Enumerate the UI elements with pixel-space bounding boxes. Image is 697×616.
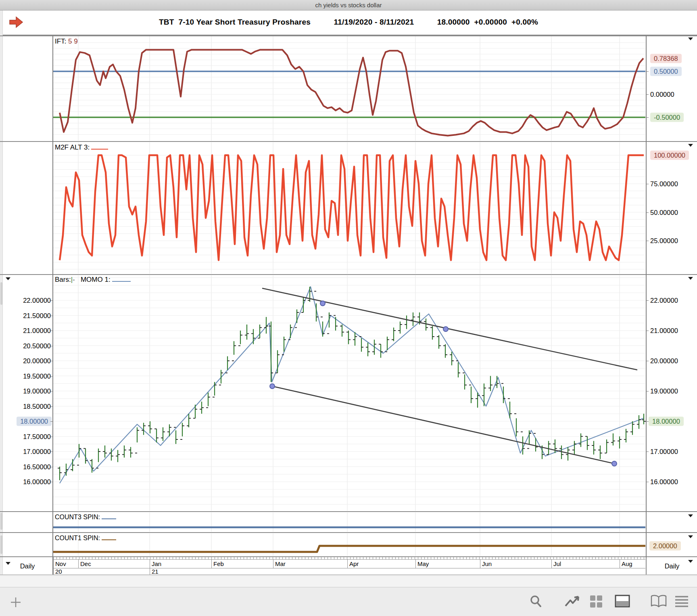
axis-tick bbox=[50, 437, 53, 437]
axis-tick bbox=[50, 376, 53, 377]
trend-icon[interactable] bbox=[565, 595, 580, 608]
axis-tick bbox=[646, 71, 649, 72]
chart-canvas[interactable] bbox=[0, 0, 697, 574]
axis-tick bbox=[50, 406, 53, 407]
price-right-scale-label: 22.00000 bbox=[650, 297, 678, 304]
axis-tick bbox=[646, 331, 649, 331]
axis-tick bbox=[646, 482, 649, 482]
axis-tick bbox=[646, 117, 649, 118]
book-icon[interactable] bbox=[650, 595, 667, 608]
price-right-scale-label: 16.00000 bbox=[650, 478, 678, 486]
count3-param-blank[interactable] bbox=[102, 518, 116, 519]
panel-border bbox=[0, 574, 697, 575]
price-left-scale-label: 19.50000 bbox=[23, 372, 51, 380]
axis-tick bbox=[50, 452, 53, 452]
m2f-value-bubble: 100.00000 bbox=[650, 151, 689, 160]
interval-selector-left[interactable]: Daily bbox=[2, 558, 52, 574]
ift-label: IFT: bbox=[55, 37, 66, 45]
axis-tick bbox=[50, 316, 53, 316]
price-left-highlight: 18.00000 bbox=[17, 417, 52, 426]
price-left-scale-label: 22.00000 bbox=[23, 297, 51, 304]
count3-panel-caret-icon[interactable] bbox=[688, 514, 693, 517]
axis-tick bbox=[50, 300, 53, 301]
bars-dash: - bbox=[73, 276, 75, 283]
chart-window: ch yields vs stocks dollar TBT 7-10 Year… bbox=[0, 0, 697, 616]
price-left-scale-label: 21.50000 bbox=[23, 312, 51, 319]
axis-tick bbox=[50, 421, 53, 422]
year-cell-21: 21 bbox=[150, 568, 176, 575]
search-icon[interactable] bbox=[529, 595, 543, 609]
momo-label: MOMO 1: bbox=[81, 276, 111, 283]
count1-value-bubble: 2.00000 bbox=[649, 541, 681, 551]
month-cell-apr: Apr bbox=[347, 559, 415, 568]
price-left-scale-label: 16.50000 bbox=[23, 463, 51, 470]
axis-tick bbox=[646, 421, 649, 422]
bottom-toolbar bbox=[0, 587, 697, 616]
axis-tick bbox=[646, 391, 649, 391]
main-panel-right-caret-icon[interactable] bbox=[688, 277, 693, 280]
momo-param-blank[interactable] bbox=[112, 281, 131, 282]
axis-tick bbox=[50, 391, 53, 391]
interval-right-label: Daily bbox=[665, 562, 680, 570]
axis-tick bbox=[646, 241, 649, 241]
ift-scale-label: 0.50000 bbox=[650, 67, 682, 76]
count3-legend[interactable]: COUNT3 SPIN: bbox=[55, 514, 116, 521]
price-right-scale-label: 17.00000 bbox=[650, 448, 678, 456]
grid-icon[interactable] bbox=[589, 595, 603, 608]
axis-tick bbox=[646, 361, 649, 361]
ift-params[interactable]: 5 9 bbox=[68, 37, 78, 45]
ift-scale-label: -0.50000 bbox=[650, 113, 684, 122]
axis-tick bbox=[646, 184, 649, 184]
interval-selector-right[interactable]: Daily bbox=[646, 558, 697, 574]
ift-scale-label: 0.00000 bbox=[650, 91, 674, 98]
month-cell-feb: Feb bbox=[211, 559, 273, 568]
m2f-legend[interactable]: M2F ALT 3: bbox=[55, 144, 108, 152]
price-left-scale-label: 17.00000 bbox=[23, 448, 51, 456]
axis-tick bbox=[50, 331, 53, 331]
count1-panel-caret-icon[interactable] bbox=[688, 535, 693, 538]
axis-tick bbox=[646, 94, 649, 95]
month-cell-aug: Aug bbox=[620, 559, 645, 568]
price-left-scale-label: 19.00000 bbox=[23, 387, 51, 395]
list-icon[interactable] bbox=[674, 595, 689, 608]
bars-legend[interactable]: Bars:|- MOMO 1: bbox=[55, 276, 131, 284]
ift-value-bubble: 0.78368 bbox=[650, 54, 682, 63]
count1-legend[interactable]: COUNT1 SPIN: bbox=[55, 535, 116, 542]
bars-label: Bars: bbox=[55, 276, 71, 283]
axis-tick bbox=[50, 482, 53, 482]
month-cell-jun: Jun bbox=[480, 559, 551, 568]
axis-tick bbox=[646, 452, 649, 452]
panel-layout-icon[interactable] bbox=[615, 595, 630, 608]
year-cell-20: 20 bbox=[53, 568, 79, 575]
price-right-scale-label: 21.00000 bbox=[650, 327, 678, 335]
ift-panel-caret-icon[interactable] bbox=[688, 37, 693, 40]
month-cell-may: May bbox=[415, 559, 480, 568]
m2f-param-blank[interactable] bbox=[91, 149, 108, 150]
price-right-highlight: 18.00000 bbox=[649, 417, 684, 426]
count1-label: COUNT1 SPIN: bbox=[55, 535, 100, 541]
axis-tick bbox=[50, 361, 53, 361]
m2f-panel-caret-icon[interactable] bbox=[688, 144, 693, 147]
interval-left-label: Daily bbox=[20, 562, 35, 570]
month-cell-nov: Nov bbox=[53, 559, 78, 568]
main-panel-caret-icon[interactable] bbox=[6, 277, 10, 280]
axis-tick bbox=[646, 212, 649, 213]
price-left-scale-label: 20.00000 bbox=[23, 357, 51, 365]
month-cell-dec: Dec bbox=[78, 559, 150, 568]
ift-legend[interactable]: IFT: 5 9 bbox=[55, 37, 78, 46]
horizontal-scrollbar[interactable] bbox=[0, 575, 697, 587]
axis-tick bbox=[50, 346, 53, 346]
count3-label: COUNT3 SPIN: bbox=[55, 514, 100, 520]
count1-param-blank[interactable] bbox=[102, 539, 116, 540]
add-icon[interactable] bbox=[10, 596, 22, 608]
price-left-scale-label: 17.50000 bbox=[23, 433, 51, 440]
axis-tick bbox=[50, 467, 53, 467]
m2f-scale-label: 25.00000 bbox=[650, 237, 678, 245]
month-cell-jan: Jan bbox=[150, 559, 211, 568]
m2f-scale-label: 75.00000 bbox=[650, 180, 678, 187]
m2f-scale-label: 50.00000 bbox=[650, 208, 678, 216]
price-left-scale-label: 20.50000 bbox=[23, 342, 51, 350]
price-right-scale-label: 20.00000 bbox=[650, 357, 678, 365]
month-cell-mar: Mar bbox=[273, 559, 347, 568]
m2f-label: M2F ALT 3: bbox=[55, 144, 90, 151]
